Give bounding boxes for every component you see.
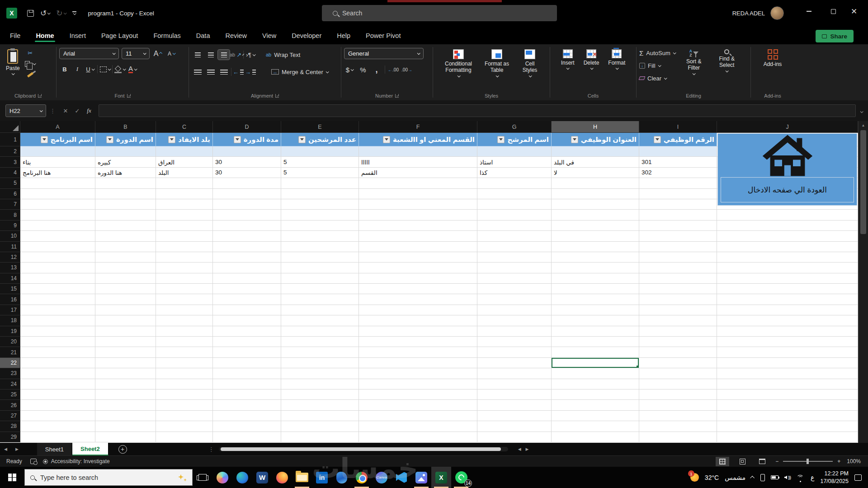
maximize-button[interactable] — [823, 0, 844, 23]
cell-H16[interactable] — [552, 294, 639, 305]
cell-C22[interactable] — [156, 358, 213, 368]
redo-button[interactable]: ↻ — [56, 9, 66, 18]
cell-B8[interactable] — [95, 210, 156, 220]
cell-E2[interactable] — [281, 146, 359, 157]
taskbar-edge[interactable] — [232, 467, 252, 488]
cell-F22[interactable] — [359, 358, 477, 368]
row-header-3[interactable]: 3 — [0, 157, 20, 167]
cell-F18[interactable] — [359, 315, 477, 326]
cell-G17[interactable] — [477, 305, 552, 315]
cell-E8[interactable] — [281, 210, 359, 220]
cell-J23[interactable] — [717, 368, 858, 379]
orientation-button[interactable]: ab↗ — [231, 50, 242, 60]
cell-C16[interactable] — [156, 294, 213, 305]
taskbar-chrome[interactable] — [352, 467, 372, 488]
decrease-indent-button[interactable]: ← — [233, 67, 244, 77]
cell-A18[interactable] — [20, 315, 95, 326]
tab-insert[interactable]: Insert — [69, 28, 87, 43]
cell-C15[interactable] — [156, 284, 213, 294]
zoom-slider[interactable]: − + — [775, 458, 840, 465]
format-painter-button[interactable] — [25, 70, 36, 80]
cell-G12[interactable] — [477, 252, 552, 263]
cell-D2[interactable] — [213, 146, 281, 157]
cell-B13[interactable] — [95, 263, 156, 273]
cell-F3[interactable]: ااااا — [359, 157, 477, 167]
filter-dropdown-icon[interactable] — [234, 136, 241, 143]
cell-B9[interactable] — [95, 221, 156, 231]
cell-C9[interactable] — [156, 221, 213, 231]
tab-home[interactable]: Home — [35, 28, 55, 43]
row-header-13[interactable]: 13 — [0, 263, 20, 273]
cell-B16[interactable] — [95, 294, 156, 305]
cell-G18[interactable] — [477, 315, 552, 326]
sheet-tab-sheet2[interactable]: Sheet2 — [72, 443, 108, 455]
cell-I25[interactable] — [639, 389, 717, 400]
cell-G6[interactable] — [477, 189, 552, 199]
cell-A20[interactable] — [20, 337, 95, 347]
percent-style-button[interactable]: % — [358, 65, 368, 75]
cell-F21[interactable] — [359, 347, 477, 357]
row-header-10[interactable]: 10 — [0, 231, 20, 241]
cell-A22[interactable] — [20, 358, 95, 368]
cell-F11[interactable] — [359, 242, 477, 252]
cell-B15[interactable] — [95, 284, 156, 294]
cell-C24[interactable] — [156, 379, 213, 389]
row-header-4[interactable]: 4 — [0, 168, 20, 178]
cell-E18[interactable] — [281, 315, 359, 326]
wifi-icon[interactable] — [797, 475, 805, 480]
cell-H26[interactable] — [552, 400, 639, 410]
row-header-2[interactable]: 2 — [0, 146, 20, 157]
cell-A5[interactable] — [20, 178, 95, 188]
cell-E29[interactable] — [281, 432, 359, 442]
cell-I28[interactable] — [639, 421, 717, 432]
cell-H7[interactable] — [552, 199, 639, 210]
taskbar-canva[interactable]: Canva — [372, 467, 392, 488]
tab-review[interactable]: Review — [224, 28, 248, 43]
filter-dropdown-icon[interactable] — [383, 136, 390, 143]
cell-D26[interactable] — [213, 400, 281, 410]
cell-J27[interactable] — [717, 411, 858, 421]
cell-D11[interactable] — [213, 242, 281, 252]
cell-H15[interactable] — [552, 284, 639, 294]
cell-J9[interactable] — [717, 221, 858, 231]
confirm-entry-icon[interactable]: ✓ — [71, 108, 83, 114]
cell-C11[interactable] — [156, 242, 213, 252]
tab-view[interactable]: View — [261, 28, 277, 43]
increase-decimal-button[interactable]: ←.00 — [388, 65, 399, 75]
cell-H27[interactable] — [552, 411, 639, 421]
row-header-23[interactable]: 23 — [0, 368, 20, 379]
cancel-entry-icon[interactable]: ✕ — [60, 108, 71, 114]
taskbar-app[interactable] — [332, 467, 352, 488]
cell-I22[interactable] — [639, 358, 717, 368]
cell-H11[interactable] — [552, 242, 639, 252]
cell-F23[interactable] — [359, 368, 477, 379]
taskbar-visual-studio[interactable] — [392, 467, 411, 488]
avatar[interactable] — [770, 6, 784, 20]
cell-G14[interactable] — [477, 273, 552, 284]
cell-B5[interactable] — [95, 178, 156, 188]
cell-C3[interactable]: العراق — [156, 157, 213, 167]
cell-F1[interactable]: القسم المعني او االشعبة — [359, 133, 477, 146]
cell-G16[interactable] — [477, 294, 552, 305]
font-name-select[interactable]: Arial — [59, 48, 119, 59]
row-header-22[interactable]: 22 — [0, 358, 20, 368]
filter-dropdown-icon[interactable] — [497, 136, 505, 143]
cell-A29[interactable] — [20, 432, 95, 442]
account-area[interactable]: REDA ADEL — [732, 0, 784, 26]
cell-I14[interactable] — [639, 273, 717, 284]
cell-G26[interactable] — [477, 400, 552, 410]
row-header-27[interactable]: 27 — [0, 411, 20, 421]
grow-font-button[interactable]: A — [152, 49, 163, 59]
cell-E1[interactable]: عدد المرشحين — [281, 133, 359, 146]
cell-G28[interactable] — [477, 421, 552, 432]
cell-D10[interactable] — [213, 231, 281, 241]
cell-D7[interactable] — [213, 199, 281, 210]
cell-E3[interactable]: 5 — [281, 157, 359, 167]
cell-E10[interactable] — [281, 231, 359, 241]
row-header-9[interactable]: 9 — [0, 221, 20, 231]
cell-G2[interactable] — [477, 146, 552, 157]
cell-G15[interactable] — [477, 284, 552, 294]
filter-dropdown-icon[interactable] — [571, 136, 578, 143]
next-sheet-icon[interactable]: ▶ — [11, 447, 23, 451]
row-header-26[interactable]: 26 — [0, 400, 20, 410]
